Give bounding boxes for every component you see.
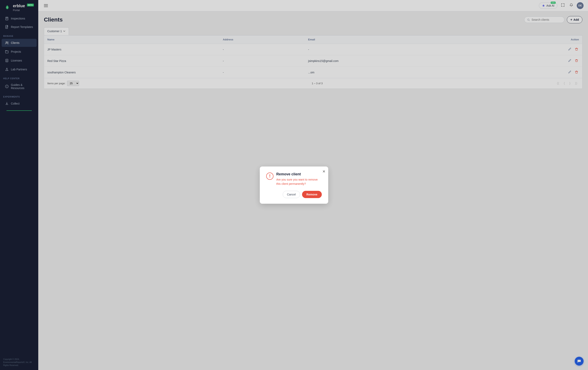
svg-point-22 [270,177,270,178]
modal-actions: Cancel Remove [266,191,322,198]
modal-text-block: Remove client Are you sure you want to r… [276,172,322,186]
modal-overlay[interactable]: ✕ Remove client Are you sure you want to… [0,0,588,370]
warning-icon [266,172,273,180]
modal-body: Are you sure you want to remove this cli… [276,178,322,186]
modal-header: Remove client Are you sure you want to r… [266,172,322,186]
remove-client-modal: ✕ Remove client Are you sure you want to… [260,167,328,204]
modal-title: Remove client [276,172,322,176]
remove-button[interactable]: Remove [302,191,322,198]
cancel-button[interactable]: Cancel [283,191,300,198]
modal-close-button[interactable]: ✕ [322,169,326,174]
